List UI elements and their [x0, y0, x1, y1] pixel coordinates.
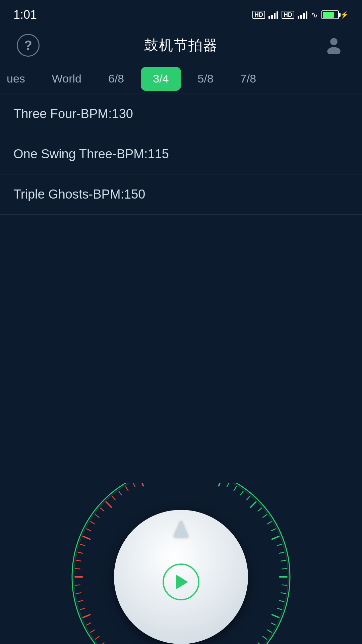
svg-line-62 [76, 593, 81, 593]
tab-6-8[interactable]: 6/8 [95, 64, 137, 94]
svg-line-70 [86, 529, 90, 531]
svg-line-33 [258, 643, 262, 644]
svg-line-22 [281, 560, 286, 561]
svg-line-21 [280, 552, 284, 553]
play-icon [176, 575, 188, 589]
battery-wrapper: ⚡ [321, 10, 349, 19]
metronome-knob[interactable] [114, 510, 248, 644]
profile-button[interactable] [322, 34, 345, 57]
svg-line-16 [263, 515, 266, 517]
song-name-3: Triple Ghosts-BPM:150 [13, 187, 145, 201]
svg-line-19 [272, 536, 279, 539]
svg-line-23 [282, 569, 287, 569]
svg-line-56 [95, 637, 99, 639]
svg-line-78 [133, 483, 135, 487]
wifi-icon: ∿ [311, 10, 318, 20]
svg-line-73 [101, 508, 104, 511]
song-list: Three Four-BPM:130 One Swing Three-BPM:1… [0, 94, 362, 215]
battery-indicator [321, 10, 339, 19]
svg-line-9 [219, 483, 222, 486]
profile-icon [325, 36, 343, 54]
status-time: 1:01 [13, 8, 37, 22]
hd-badge-2: HD [282, 11, 294, 19]
svg-line-61 [78, 601, 83, 602]
status-bar: 1:01 HD HD ∿ ⚡ [0, 0, 362, 27]
svg-line-31 [267, 630, 272, 632]
svg-line-76 [119, 491, 121, 495]
svg-line-69 [83, 536, 90, 539]
svg-line-29 [272, 615, 279, 618]
dial-container[interactable] [67, 483, 295, 644]
song-item-3[interactable]: Triple Ghosts-BPM:150 [0, 174, 362, 215]
svg-line-27 [280, 601, 284, 602]
app-title: 鼓机节拍器 [144, 36, 218, 55]
song-name-2: One Swing Three-BPM:115 [13, 147, 169, 161]
svg-point-1 [327, 47, 341, 54]
song-name-1: Three Four-BPM:130 [13, 107, 133, 121]
svg-line-71 [91, 522, 95, 524]
song-item-1[interactable]: Three Four-BPM:130 [0, 94, 362, 134]
metronome-area [0, 483, 362, 644]
knob-pointer [174, 520, 188, 537]
svg-line-17 [267, 522, 272, 524]
help-button[interactable]: ? [17, 34, 40, 57]
tab-bar: ues World 6/8 3/4 5/8 7/8 [0, 64, 362, 94]
svg-line-58 [86, 623, 90, 625]
svg-line-67 [78, 552, 83, 553]
svg-line-60 [80, 608, 84, 609]
svg-line-79 [140, 483, 143, 486]
svg-line-26 [281, 593, 286, 593]
svg-line-11 [234, 487, 236, 491]
svg-line-55 [101, 643, 104, 644]
svg-line-10 [227, 483, 229, 487]
svg-line-18 [271, 529, 275, 531]
hd-badge: HD [252, 11, 265, 19]
signal-bars-2 [298, 11, 307, 19]
help-icon: ? [24, 38, 32, 53]
status-icons: HD HD ∿ ⚡ [252, 10, 349, 20]
play-button[interactable] [163, 564, 199, 600]
svg-line-59 [83, 615, 90, 618]
svg-line-66 [76, 560, 81, 561]
tab-blues[interactable]: ues [0, 64, 39, 94]
svg-line-28 [277, 608, 282, 609]
svg-line-63 [75, 585, 80, 585]
svg-line-75 [112, 496, 115, 500]
svg-line-20 [277, 544, 282, 545]
svg-line-72 [95, 515, 99, 517]
signal-bars-1 [268, 11, 278, 19]
svg-point-0 [330, 38, 338, 45]
battery-fill [323, 12, 334, 18]
svg-line-25 [282, 585, 287, 585]
svg-line-30 [271, 623, 275, 625]
svg-line-57 [91, 630, 95, 632]
svg-line-65 [75, 569, 80, 569]
svg-line-74 [106, 502, 112, 507]
song-item-2[interactable]: One Swing Three-BPM:115 [0, 134, 362, 174]
tab-7-8[interactable]: 7/8 [227, 64, 269, 94]
svg-line-77 [126, 487, 128, 491]
svg-line-32 [263, 637, 266, 639]
svg-line-15 [258, 508, 262, 511]
svg-line-12 [241, 491, 243, 495]
header: ? 鼓机节拍器 [0, 27, 362, 64]
svg-line-14 [251, 502, 256, 507]
battery-bolt-icon: ⚡ [340, 11, 349, 19]
svg-line-68 [80, 544, 84, 545]
svg-line-13 [247, 496, 250, 500]
tab-world[interactable]: World [39, 64, 95, 94]
tab-5-8[interactable]: 5/8 [184, 64, 227, 94]
tab-3-4[interactable]: 3/4 [141, 67, 181, 91]
